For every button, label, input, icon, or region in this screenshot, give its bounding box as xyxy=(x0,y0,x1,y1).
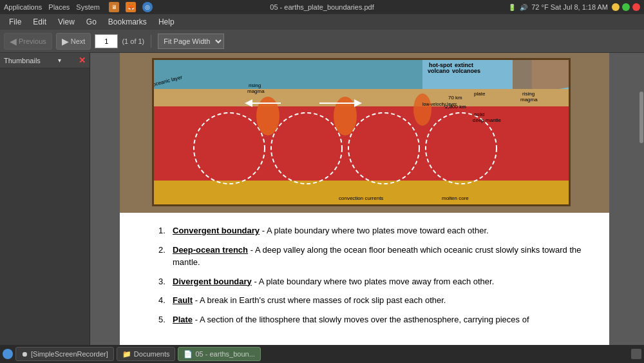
documents-label: Documents xyxy=(134,350,170,358)
menu-view[interactable]: View xyxy=(53,16,80,28)
minimize-button[interactable] xyxy=(612,3,620,11)
taskbar-start-icon[interactable] xyxy=(3,349,13,359)
svg-text:molten core: molten core xyxy=(442,195,469,201)
list-item-3: 3. Divergent boundary - A plate boundary… xyxy=(158,275,583,288)
sidebar-thumbnails[interactable] xyxy=(0,68,90,345)
taskbar-recorder-btn[interactable]: ⏺ [SimpleScreenRecorder] xyxy=(15,347,114,361)
window-controls xyxy=(612,3,640,11)
svg-text:deep mantle: deep mantle xyxy=(473,117,502,123)
diagram-svg: hot-spot volcano extinct volcanoes risin… xyxy=(152,58,571,206)
sidebar-label: Thumbnails xyxy=(4,57,41,64)
definition-4: Fault - A break in Earth's crust where m… xyxy=(173,294,446,307)
definitions-list: 1. Convergent boundary - A plate boundar… xyxy=(158,224,583,326)
sidebar: Thumbnails ▾ ✕ xyxy=(0,53,90,345)
next-button[interactable]: ▶ Next xyxy=(56,33,91,50)
svg-text:magma: magma xyxy=(520,97,538,103)
definition-3: Divergent boundary - A plate boundary wh… xyxy=(173,275,494,288)
system-bar: Applications Places System 🖥 🦊 ◎ 05 - ea… xyxy=(0,0,644,14)
svg-point-13 xyxy=(413,93,431,126)
page-number-input[interactable] xyxy=(95,34,118,48)
sidebar-dropdown-icon[interactable]: ▾ xyxy=(58,57,61,64)
tray-icon-1: 🔋 xyxy=(508,4,516,11)
folder-icon: 📁 xyxy=(122,350,131,358)
applications-menu[interactable]: Applications xyxy=(4,3,42,11)
list-item-4: 4. Fault - A break in Earth's crust wher… xyxy=(158,294,583,307)
diagram-container: hot-spot volcano extinct volcanoes risin… xyxy=(120,53,609,213)
system-menu[interactable]: System xyxy=(76,3,100,11)
toolbar-divider xyxy=(151,35,151,48)
definition-5: Plate - A section of the lithosphere tha… xyxy=(173,313,529,326)
menu-go[interactable]: Go xyxy=(81,16,102,28)
zoom-select[interactable]: Fit Page Width Fit Page 50% 75% 100% 125… xyxy=(158,34,224,49)
toolbar: ◀ Previous ▶ Next (1 of 1) Fit Page Widt… xyxy=(0,30,644,53)
system-bar-left: Applications Places System 🖥 🦊 ◎ xyxy=(4,2,153,12)
list-num-1: 1. xyxy=(158,224,169,237)
window-title: 05 - earths_plate_boundaries.pdf xyxy=(270,3,374,11)
def-text-3: - A plate boundary where two plates move… xyxy=(252,277,495,286)
term-3: Divergent boundary xyxy=(173,277,252,286)
page-count: (1 of 1) xyxy=(122,37,144,45)
svg-rect-6 xyxy=(152,181,571,206)
content-area: hot-spot volcano extinct volcanoes risin… xyxy=(90,53,644,345)
def-text-5: - A section of the lithosphere that slow… xyxy=(193,315,529,324)
battery-text: 72 °F Sat Jul 8, 1:18 AM xyxy=(531,3,608,11)
list-num-5: 5. xyxy=(158,313,169,326)
term-5: Plate xyxy=(173,315,193,324)
taskbar-tray-icon xyxy=(631,349,641,359)
svg-rect-5 xyxy=(152,106,571,181)
taskbar-pdf-btn[interactable]: 📄 05 - earths_boun... xyxy=(178,347,260,361)
scroll-thumb[interactable] xyxy=(639,92,643,143)
definition-1: Convergent boundary - A plate boundary w… xyxy=(173,224,489,237)
system-tray: 🔋 🔊 72 °F Sat Jul 8, 1:18 AM xyxy=(508,3,640,11)
next-label: Next xyxy=(71,37,86,45)
prev-button[interactable]: ◀ Previous xyxy=(4,33,52,50)
app-icon-2[interactable]: 🦊 xyxy=(126,2,136,12)
svg-text:volcano: volcano xyxy=(428,68,450,74)
menu-bookmarks[interactable]: Bookmarks xyxy=(103,16,152,28)
svg-text:magma: magma xyxy=(247,88,265,94)
def-text-4: - A break in Earth's crust where masses … xyxy=(193,295,446,305)
sidebar-close-button[interactable]: ✕ xyxy=(79,55,86,65)
svg-text:volcanoes: volcanoes xyxy=(452,68,480,74)
definition-2: Deep-ocean trench - A deep valley along … xyxy=(173,244,583,269)
sidebar-header: Thumbnails ▾ ✕ xyxy=(0,53,90,68)
maximize-button[interactable] xyxy=(622,3,630,11)
scrollbar[interactable] xyxy=(639,53,644,345)
menu-bar: File Edit View Go Bookmarks Help xyxy=(0,14,644,30)
taskbar: ⏺ [SimpleScreenRecorder] 📁 Documents 📄 0… xyxy=(0,345,644,363)
main-layout: Thumbnails ▾ ✕ xyxy=(0,53,644,345)
close-button[interactable] xyxy=(632,3,640,11)
menu-edit[interactable]: Edit xyxy=(28,16,52,28)
next-arrow-icon: ▶ xyxy=(62,36,69,46)
svg-text:solid: solid xyxy=(474,112,484,117)
svg-text:low-velocity layer: low-velocity layer xyxy=(422,102,457,107)
pdf-label: 05 - earths_boun... xyxy=(195,350,254,358)
svg-text:rising: rising xyxy=(522,91,535,97)
menu-help[interactable]: Help xyxy=(153,16,180,28)
recorder-label: [SimpleScreenRecorder] xyxy=(31,350,108,358)
text-content: 1. Convergent boundary - A plate boundar… xyxy=(120,213,609,338)
prev-arrow-icon: ◀ xyxy=(10,36,17,46)
taskbar-documents-btn[interactable]: 📁 Documents xyxy=(117,347,176,361)
pdf-page: hot-spot volcano extinct volcanoes risin… xyxy=(120,53,609,345)
svg-rect-3 xyxy=(152,58,422,90)
menu-file[interactable]: File xyxy=(4,16,26,28)
svg-rect-4 xyxy=(152,89,571,108)
recorder-icon: ⏺ xyxy=(21,350,28,358)
list-num-3: 3. xyxy=(158,275,169,288)
list-item-2: 2. Deep-ocean trench - A deep valley alo… xyxy=(158,244,583,269)
term-2: Deep-ocean trench xyxy=(173,245,248,255)
app-icon-3[interactable]: ◎ xyxy=(142,2,153,12)
places-menu[interactable]: Places xyxy=(48,3,70,11)
list-num-2: 2. xyxy=(158,244,169,269)
svg-text:convection currents: convection currents xyxy=(339,195,383,201)
list-item-1: 1. Convergent boundary - A plate boundar… xyxy=(158,224,583,237)
svg-text:plate: plate xyxy=(474,91,486,97)
term-4: Fault xyxy=(173,295,193,305)
list-num-4: 4. xyxy=(158,294,169,307)
term-1: Convergent boundary xyxy=(173,226,260,235)
app-icon-1[interactable]: 🖥 xyxy=(109,2,119,12)
tray-icon-2: 🔊 xyxy=(520,4,527,11)
list-item-5: 5. Plate - A section of the lithosphere … xyxy=(158,313,583,326)
prev-label: Previous xyxy=(19,37,46,45)
